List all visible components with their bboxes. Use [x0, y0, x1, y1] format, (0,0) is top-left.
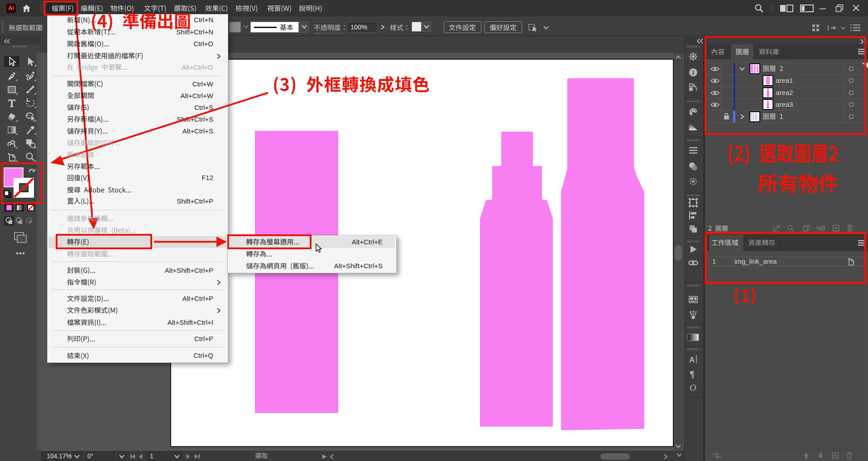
- svg-text:O: O: [690, 383, 696, 393]
- svg-text:i: i: [692, 69, 694, 76]
- svg-text:A: A: [689, 356, 695, 364]
- svg-text:¶: ¶: [690, 369, 695, 379]
